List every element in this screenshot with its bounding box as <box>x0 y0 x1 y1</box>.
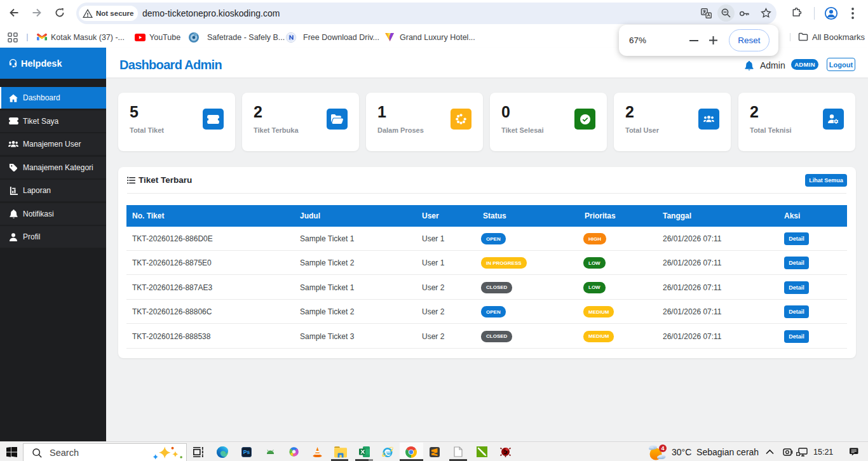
svg-text:4: 4 <box>661 445 664 451</box>
